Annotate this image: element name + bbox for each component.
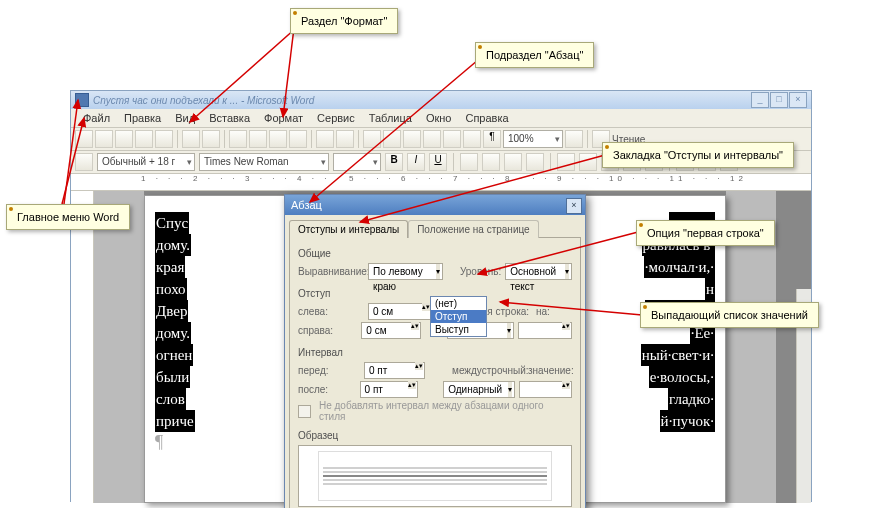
styles-icon[interactable] (75, 153, 93, 171)
group-spacing-title: Интервал (298, 347, 572, 358)
format-painter-icon[interactable] (289, 130, 307, 148)
callout-tab-indent: Закладка "Отступы и интервалы" (602, 142, 794, 168)
menu-service[interactable]: Сервис (311, 110, 361, 126)
align-center-icon[interactable] (482, 153, 500, 171)
callout-main-menu: Главное меню Word (6, 204, 130, 230)
before-label: перед: (298, 365, 360, 376)
titlebar-text: Спустя час они подъехали к ... - Microso… (93, 95, 314, 106)
link-icon[interactable] (363, 130, 381, 148)
columns-icon[interactable] (423, 130, 441, 148)
minimize-icon[interactable]: _ (751, 92, 769, 108)
left-label: слева: (298, 306, 364, 317)
doc-map-icon[interactable] (463, 130, 481, 148)
research-icon[interactable] (202, 130, 220, 148)
dialog-title-text: Абзац (291, 199, 322, 211)
callout-dropdown: Выпадающий список значений (640, 302, 819, 328)
print-icon[interactable] (135, 130, 153, 148)
left-gray (94, 191, 144, 503)
group-spacing: Интервал перед: 0 пт междустрочный: знач… (298, 347, 572, 422)
menu-insert[interactable]: Вставка (203, 110, 256, 126)
menu-format[interactable]: Формат (258, 110, 309, 126)
underline-icon[interactable]: U (429, 153, 447, 171)
menu-window[interactable]: Окно (420, 110, 458, 126)
pilcrow-icon[interactable]: ¶ (483, 130, 501, 148)
menu-help[interactable]: Справка (459, 110, 514, 126)
line-select[interactable]: Одинарный (443, 381, 515, 398)
paragraph-dialog: Абзац × Отступы и интервалы Положение на… (284, 194, 586, 508)
numbering-icon[interactable] (579, 153, 597, 171)
dialog-pane: Общие Выравнивание: По левому краю Урове… (289, 237, 581, 508)
preview-box (298, 445, 572, 507)
line-amount-spin[interactable] (519, 381, 572, 398)
align-justify-icon[interactable] (526, 153, 544, 171)
preview-title: Образец (298, 430, 572, 441)
callout-first-line: Опция "первая строка" (636, 220, 775, 246)
spell-icon[interactable] (182, 130, 200, 148)
dd-item-hanging[interactable]: Выступ (431, 323, 486, 336)
window-buttons[interactable]: _ □ × (751, 92, 807, 108)
align-right-icon[interactable] (504, 153, 522, 171)
ruler-horizontal[interactable]: 1 · · · 2 · · · 3 · · · 4 · · · 5 · · · … (71, 174, 811, 191)
save-icon[interactable] (115, 130, 133, 148)
menu-view[interactable]: Вид (169, 110, 201, 126)
group-preview: Образец (298, 430, 572, 507)
left-spin[interactable]: 0 см (368, 303, 432, 320)
right-label: справа: (298, 325, 357, 336)
after-label: после: (298, 384, 356, 395)
tab-indents[interactable]: Отступы и интервалы (289, 220, 408, 238)
firstline-amount-spin[interactable] (518, 322, 572, 339)
callout-format: Раздел "Формат" (290, 8, 398, 34)
tab-position[interactable]: Положение на странице (408, 220, 538, 238)
callout-paragraph: Подраздел "Абзац" (475, 42, 594, 68)
level-select[interactable]: Основной текст (505, 263, 572, 280)
preview-icon[interactable] (155, 130, 173, 148)
group-general: Общие Выравнивание: По левому краю Урове… (298, 248, 572, 280)
bold-icon[interactable]: B (385, 153, 403, 171)
menu-file[interactable]: Файл (77, 110, 116, 126)
dialog-title[interactable]: Абзац × (285, 195, 585, 215)
undo-icon[interactable] (316, 130, 334, 148)
line-spacing-icon[interactable] (557, 153, 575, 171)
no-space-checkbox[interactable] (298, 405, 311, 418)
line-label: междустрочный: (452, 365, 524, 376)
menu-table[interactable]: Таблица (363, 110, 418, 126)
menu-edit[interactable]: Правка (118, 110, 167, 126)
level-label: Уровень: (460, 266, 501, 277)
cut-icon[interactable] (229, 130, 247, 148)
copy-icon[interactable] (249, 130, 267, 148)
help-icon[interactable] (565, 130, 583, 148)
align-left-icon[interactable] (460, 153, 478, 171)
word-icon (75, 93, 89, 107)
style-combo[interactable]: Обычный + 18 г (97, 153, 195, 171)
line-val-label: значение: (528, 365, 572, 376)
tabs: Отступы и интервалы Положение на страниц… (285, 215, 585, 237)
size-combo[interactable] (333, 153, 381, 171)
firstline-on: на: (536, 306, 556, 317)
align-label: Выравнивание: (298, 266, 364, 277)
dialog-close-icon[interactable]: × (566, 198, 582, 214)
firstline-dropdown-list[interactable]: (нет) Отступ Выступ (430, 296, 487, 337)
zoom-combo[interactable]: 100% (503, 130, 563, 148)
dd-item-none[interactable]: (нет) (431, 297, 486, 310)
redo-icon[interactable] (336, 130, 354, 148)
maximize-icon[interactable]: □ (770, 92, 788, 108)
new-icon[interactable] (75, 130, 93, 148)
right-spin[interactable]: 0 см (361, 322, 420, 339)
titlebar: Спустя час они подъехали к ... - Microso… (71, 91, 811, 109)
group-general-title: Общие (298, 248, 572, 259)
align-select[interactable]: По левому краю (368, 263, 443, 280)
no-space-label: Не добавлять интервал между абзацами одн… (319, 400, 572, 422)
after-spin[interactable]: 0 пт (360, 381, 418, 398)
open-icon[interactable] (95, 130, 113, 148)
italic-icon[interactable]: I (407, 153, 425, 171)
insert-table-icon[interactable] (403, 130, 421, 148)
font-combo[interactable]: Times New Roman (199, 153, 329, 171)
drawing-icon[interactable] (443, 130, 461, 148)
menubar[interactable]: Файл Правка Вид Вставка Формат Сервис Та… (71, 109, 811, 128)
dd-item-indent[interactable]: Отступ (431, 310, 486, 323)
paste-icon[interactable] (269, 130, 287, 148)
ruler-vertical[interactable] (71, 191, 94, 503)
before-spin[interactable]: 0 пт (364, 362, 425, 379)
table-icon[interactable] (383, 130, 401, 148)
close-icon[interactable]: × (789, 92, 807, 108)
